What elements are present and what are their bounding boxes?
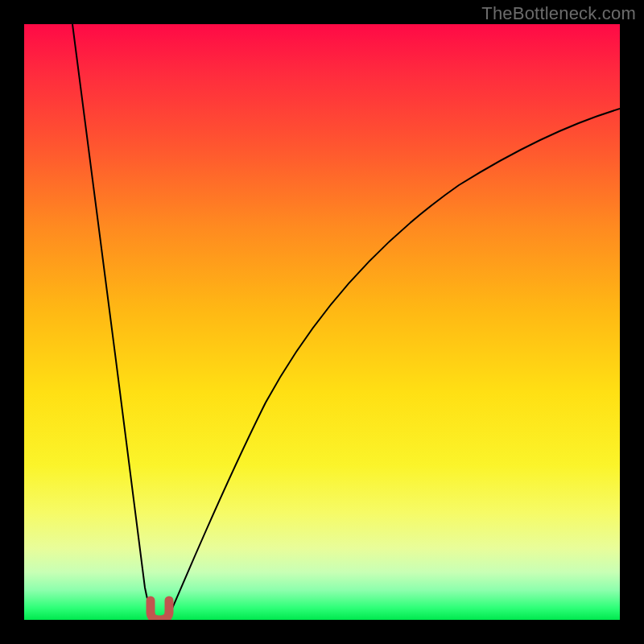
curve-left-branch	[72, 24, 151, 613]
bottleneck-curve	[24, 24, 620, 620]
plot-frame	[24, 24, 620, 620]
curve-right-branch	[171, 109, 620, 612]
minimum-marker-u	[151, 601, 169, 620]
watermark-text: TheBottleneck.com	[481, 3, 636, 24]
